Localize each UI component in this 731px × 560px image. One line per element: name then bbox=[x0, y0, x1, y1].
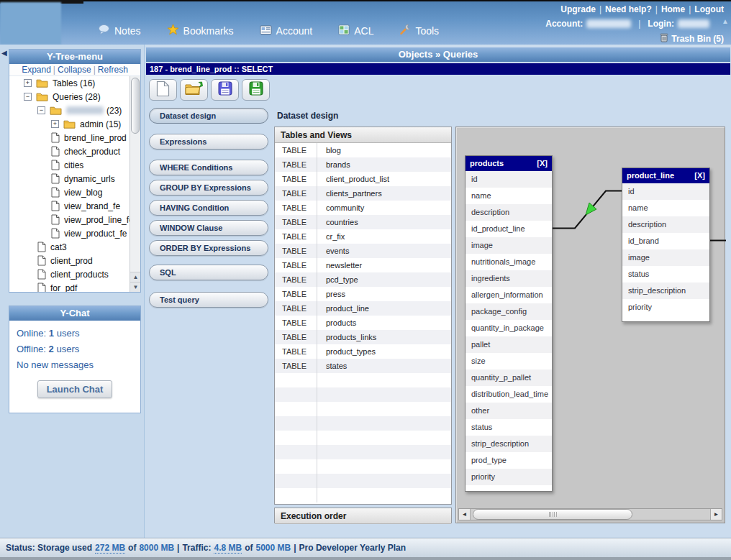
diagram-horizontal-scrollbar[interactable]: ◄ ► bbox=[458, 508, 722, 520]
tree-action-collapse[interactable]: Collapse bbox=[58, 65, 91, 75]
field-row[interactable]: strip_description bbox=[622, 283, 709, 299]
tree-item[interactable]: client_products bbox=[9, 267, 140, 281]
diagram-table-header[interactable]: products[X] bbox=[466, 156, 552, 171]
collapse-icon[interactable]: − bbox=[24, 93, 32, 101]
field-row[interactable]: distribution_lead_time bbox=[466, 386, 552, 403]
table-row[interactable]: TABLEnewsletter bbox=[275, 258, 451, 272]
topbar-link-need-help-[interactable]: Need help? bbox=[605, 4, 652, 14]
tree-action-expand[interactable]: Expand bbox=[22, 65, 51, 75]
tree-item[interactable]: +Tables (16) bbox=[9, 76, 140, 90]
field-row[interactable]: prod_type bbox=[466, 452, 552, 469]
tree-item[interactable]: view_product_fe bbox=[9, 226, 140, 240]
tree-item[interactable]: client_prod bbox=[9, 254, 140, 267]
table-row[interactable]: TABLEpress bbox=[275, 287, 451, 301]
field-row[interactable]: id_product_line bbox=[466, 221, 552, 237]
field-row[interactable]: allergen_information bbox=[466, 287, 552, 303]
launch-chat-button[interactable]: Launch Chat bbox=[37, 380, 112, 398]
expand-icon[interactable]: + bbox=[51, 120, 59, 128]
table-row[interactable]: TABLEproducts bbox=[275, 316, 451, 330]
section-button-group-by-expressions[interactable]: GROUP BY Expressions bbox=[149, 180, 268, 196]
table-row[interactable]: TABLEpcd_type bbox=[275, 272, 451, 287]
close-button[interactable]: [X] bbox=[537, 156, 548, 171]
field-row[interactable]: other bbox=[466, 403, 552, 419]
tree-item[interactable]: cities bbox=[9, 158, 140, 172]
tree-item[interactable]: cat3 bbox=[9, 240, 140, 254]
field-row[interactable]: description bbox=[466, 204, 552, 221]
traffic-used-link[interactable]: 4.8 MB bbox=[214, 543, 242, 554]
topbar-link-home[interactable]: Home bbox=[661, 4, 685, 14]
field-row[interactable]: package_config bbox=[466, 303, 552, 320]
field-row[interactable]: name bbox=[466, 188, 552, 204]
close-button[interactable]: [X] bbox=[694, 168, 705, 183]
table-row[interactable]: TABLEcountries bbox=[275, 215, 451, 229]
field-row[interactable]: pallet bbox=[466, 336, 552, 353]
tree-item[interactable]: +admin (15) bbox=[9, 117, 140, 131]
tree-item[interactable]: check_product bbox=[9, 144, 140, 158]
tree-item[interactable]: view_brand_fe bbox=[9, 199, 140, 213]
table-row[interactable]: TABLEstates bbox=[275, 359, 451, 373]
field-row[interactable]: priority bbox=[466, 469, 552, 485]
tree-item[interactable]: −Queries (28) bbox=[9, 90, 140, 104]
table-row[interactable]: TABLEproduct_types bbox=[275, 344, 451, 359]
tree-item[interactable]: view_prod_line_fe bbox=[9, 213, 140, 226]
trash-bin-link[interactable]: Trash Bin (5) bbox=[660, 32, 724, 45]
field-row[interactable]: id bbox=[622, 183, 709, 200]
tree-scrollbar[interactable]: ▲ ▼ bbox=[130, 76, 140, 292]
scroll-left-arrow[interactable]: ◄ bbox=[459, 509, 471, 520]
field-row[interactable]: description bbox=[622, 216, 709, 233]
field-row[interactable]: image bbox=[622, 249, 709, 266]
scroll-down-arrow[interactable]: ▼ bbox=[130, 282, 140, 292]
field-row[interactable]: image bbox=[466, 237, 552, 254]
section-button-window-clause[interactable]: WINDOW Clause bbox=[149, 220, 268, 236]
field-row[interactable]: ingredients bbox=[466, 270, 552, 287]
field-row[interactable]: nutritionals_image bbox=[466, 254, 552, 270]
scroll-right-arrow[interactable]: ► bbox=[710, 509, 722, 520]
toolbar-button-save[interactable] bbox=[211, 79, 239, 101]
topbar-link-logout[interactable]: Logout bbox=[694, 4, 724, 14]
nav-item-account[interactable]: Account bbox=[260, 24, 313, 37]
nav-item-bookmarks[interactable]: Bookmarks bbox=[167, 24, 234, 37]
table-row[interactable]: TABLEcommunity bbox=[275, 201, 451, 215]
toolbar-button-save-as[interactable] bbox=[242, 79, 270, 101]
section-button-expressions[interactable]: Expressions bbox=[149, 134, 268, 150]
table-row[interactable]: TABLEclients_partners bbox=[275, 186, 451, 201]
tree-item[interactable]: for_pdf bbox=[9, 281, 140, 292]
scroll-top-arrow[interactable]: ▲ bbox=[722, 17, 729, 25]
nav-item-notes[interactable]: Notes bbox=[98, 24, 141, 37]
sidebar-collapse-arrow[interactable]: ◀ bbox=[1, 49, 7, 57]
table-row[interactable]: TABLEblog bbox=[275, 143, 451, 157]
field-row[interactable]: name bbox=[622, 200, 709, 216]
tree-item[interactable]: −(23) bbox=[9, 104, 140, 117]
execution-order-panel[interactable]: Execution order bbox=[274, 508, 452, 523]
table-row[interactable]: TABLEevents bbox=[275, 244, 451, 258]
toolbar-button-new-file[interactable] bbox=[149, 79, 177, 101]
field-row[interactable]: quantity_in_package bbox=[466, 320, 552, 336]
table-row[interactable]: TABLEclient_product_list bbox=[275, 172, 451, 186]
tree-item[interactable]: brend_line_prod bbox=[9, 131, 140, 144]
field-row[interactable]: status bbox=[622, 266, 709, 283]
field-row[interactable]: size bbox=[466, 353, 552, 369]
field-row[interactable]: id_brand bbox=[622, 233, 709, 249]
tree-item[interactable]: view_blog bbox=[9, 185, 140, 199]
field-row[interactable]: priority bbox=[622, 299, 709, 316]
nav-item-tools[interactable]: Tools bbox=[399, 24, 439, 37]
section-button-order-by-expressions[interactable]: ORDER BY Expressions bbox=[149, 240, 268, 256]
expand-icon[interactable]: + bbox=[24, 79, 32, 87]
section-button-dataset-design[interactable]: Dataset design bbox=[149, 108, 268, 124]
collapse-icon[interactable]: − bbox=[37, 106, 45, 114]
topbar-link-upgrade[interactable]: Upgrade bbox=[560, 4, 596, 14]
tree-item[interactable]: dynamic_urls bbox=[9, 172, 140, 185]
scroll-up-arrow[interactable]: ▲ bbox=[130, 272, 140, 282]
field-row[interactable]: quantity_p_pallet bbox=[466, 369, 552, 386]
table-row[interactable]: TABLEcr_fix bbox=[275, 229, 451, 244]
tree-scrollbar-thumb[interactable] bbox=[131, 78, 140, 134]
table-row[interactable]: TABLEproducts_links bbox=[275, 330, 451, 344]
table-row[interactable]: TABLEbrands bbox=[275, 157, 451, 172]
section-button-where-conditions[interactable]: WHERE Conditions bbox=[149, 160, 268, 175]
section-button-sql[interactable]: SQL bbox=[149, 265, 268, 280]
field-row[interactable]: id bbox=[466, 171, 552, 188]
section-button-test-query[interactable]: Test query bbox=[149, 292, 268, 308]
field-row[interactable]: strip_description bbox=[466, 436, 552, 452]
diagram-table-header[interactable]: product_line[X] bbox=[622, 168, 709, 183]
tree-action-refresh[interactable]: Refresh bbox=[98, 65, 128, 75]
